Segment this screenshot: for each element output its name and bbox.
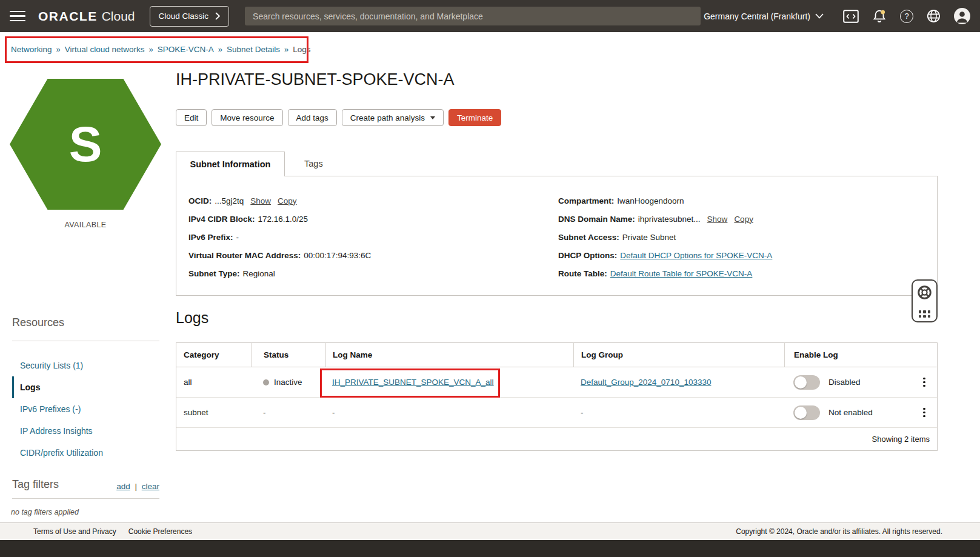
enable-log-cell: Not enabled — [784, 405, 912, 420]
terminate-button[interactable]: Terminate — [448, 109, 501, 126]
ocid-label: OCID: — [188, 196, 212, 205]
kebab-menu-icon[interactable] — [921, 375, 928, 390]
sidebar-item-cidr-prefix-utilization[interactable]: CIDR/prefix Utilization — [12, 442, 159, 464]
subnet-information-panel: OCID: ...5gj2tq Show Copy IPv4 CIDR Bloc… — [176, 176, 938, 296]
cloud-shell-icon[interactable] — [843, 10, 859, 23]
logs-section-title: Logs — [176, 309, 208, 327]
chevron-down-icon — [815, 13, 824, 19]
cloud-classic-button[interactable]: Cloud Classic — [150, 6, 230, 27]
column-header-actions — [912, 343, 937, 367]
notifications-bell-icon[interactable] — [872, 8, 887, 24]
virtual-router-mac-label: Virtual Router MAC Address: — [188, 251, 301, 260]
log-group-cell: Default_Group_2024_0710_103330 — [573, 378, 784, 387]
tab-tags[interactable]: Tags — [285, 152, 342, 176]
breadcrumb-subnet-details[interactable]: Subnet Details — [227, 45, 280, 54]
column-header-enable-log: Enable Log — [784, 343, 912, 367]
subnet-access-label: Subnet Access: — [558, 233, 619, 242]
no-tag-filters-text: no tag filters applied — [11, 508, 79, 516]
breadcrumb-separator: » — [284, 45, 288, 54]
dns-show-link[interactable]: Show — [707, 215, 728, 224]
tab-subnet-information[interactable]: Subnet Information — [176, 152, 285, 176]
status-dot-icon — [263, 379, 269, 385]
log-name-cell: - — [325, 408, 573, 417]
oracle-cloud-console: ORACLE Cloud Cloud Classic Germany Centr… — [0, 0, 980, 557]
copyright-text: Copyright © 2024, Oracle and/or its affi… — [736, 527, 942, 536]
brand-cloud: Cloud — [102, 9, 135, 24]
top-navigation-bar: ORACLE Cloud Cloud Classic Germany Centr… — [0, 0, 980, 32]
subnet-type-value: Regional — [243, 269, 275, 278]
breadcrumb-spoke-vcn-a[interactable]: SPOKE-VCN-A — [158, 45, 214, 54]
ipv6-prefix-label: IPv6 Prefix: — [188, 233, 233, 242]
subnet-type-label: Subnet Type: — [188, 269, 240, 278]
tag-filters-divider — [12, 498, 159, 499]
create-path-analysis-label: Create path analysis — [350, 113, 425, 122]
sidebar-item-ipv6-prefixes[interactable]: IPv6 Prefixes (-) — [12, 398, 159, 420]
status-badge: AVAILABLE — [10, 221, 161, 229]
breadcrumb-separator: » — [218, 45, 222, 54]
dhcp-options-label: DHCP Options: — [558, 251, 617, 260]
tag-filters-heading: Tag filters — [12, 478, 59, 491]
table-row: subnet - - - Not enabled — [176, 398, 937, 428]
route-table-label: Route Table: — [558, 269, 607, 278]
sidebar-item-logs[interactable]: Logs — [12, 376, 159, 398]
search-input[interactable] — [245, 7, 701, 25]
kebab-menu-icon[interactable] — [921, 405, 928, 420]
dhcp-options-link[interactable]: Default DHCP Options for SPOKE-VCN-A — [620, 251, 772, 260]
language-globe-icon[interactable] — [926, 8, 941, 24]
ocid-show-link[interactable]: Show — [250, 196, 271, 205]
region-selector[interactable]: Germany Central (Frankfurt) — [704, 12, 824, 21]
row-actions-cell — [912, 405, 937, 420]
edit-button[interactable]: Edit — [176, 109, 207, 126]
help-icon[interactable]: ? — [900, 10, 913, 23]
lifebuoy-icon — [916, 284, 933, 301]
ipv4-cidr-row: IPv4 CIDR Block: 172.16.1.0/25 — [188, 210, 371, 228]
user-avatar[interactable] — [954, 8, 970, 24]
subnet-info-right-column: Compartment: IwanHoogendoorn DNS Domain … — [558, 192, 772, 282]
breadcrumb-networking[interactable]: Networking — [11, 45, 52, 54]
tag-filters-clear-link[interactable]: clear — [142, 482, 159, 491]
hamburger-menu-icon[interactable] — [10, 11, 25, 22]
cloud-classic-label: Cloud Classic — [159, 12, 209, 21]
notification-badge — [881, 10, 885, 14]
sidebar-item-ip-address-insights[interactable]: IP Address Insights — [12, 420, 159, 442]
route-table-link[interactable]: Default Route Table for SPOKE-VCN-A — [610, 269, 753, 278]
breadcrumb-virtual-cloud-networks[interactable]: Virtual cloud networks — [65, 45, 145, 54]
log-status-cell: Inactive — [251, 378, 325, 387]
log-group-cell: - — [573, 408, 784, 417]
detail-tabs: Subnet Information Tags — [176, 152, 342, 176]
log-name-link[interactable]: IH_PRIVATE_SUBNET_SPOKE_VCN_A_all — [332, 378, 494, 387]
log-category-cell: subnet — [176, 408, 251, 417]
dns-domain-value: ihprivatesubnet... — [638, 215, 701, 224]
column-header-log-group: Log Group — [573, 343, 784, 367]
log-group-link[interactable]: Default_Group_2024_0710_103330 — [581, 378, 711, 387]
add-tags-button[interactable]: Add tags — [288, 109, 337, 126]
enable-log-toggle[interactable] — [793, 405, 820, 420]
support-widget[interactable] — [912, 279, 938, 322]
cookie-preferences-link[interactable]: Cookie Preferences — [128, 527, 192, 536]
page-footer: Terms of Use and Privacy Cookie Preferen… — [0, 522, 980, 540]
move-resource-button[interactable]: Move resource — [212, 109, 282, 126]
tag-filters-link-separator: | — [135, 482, 137, 491]
create-path-analysis-button[interactable]: Create path analysis — [342, 109, 444, 126]
virtual-router-mac-row: Virtual Router MAC Address: 00:00:17:94:… — [188, 246, 371, 264]
tag-filter-links: add | clear — [116, 482, 159, 491]
column-header-category: Category — [176, 343, 251, 367]
ipv4-cidr-label: IPv4 CIDR Block: — [188, 215, 255, 224]
ocid-row: OCID: ...5gj2tq Show Copy — [188, 192, 371, 210]
subnet-info-left-column: OCID: ...5gj2tq Show Copy IPv4 CIDR Bloc… — [188, 192, 371, 282]
global-search — [245, 7, 701, 25]
dns-copy-link[interactable]: Copy — [734, 215, 753, 224]
logs-table-header: Category Status Log Name Log Group Enabl… — [176, 343, 937, 367]
tag-filters-add-link[interactable]: add — [116, 482, 130, 491]
enable-log-toggle[interactable] — [793, 375, 820, 390]
subnet-access-value: Private Subnet — [622, 233, 676, 242]
caret-down-icon — [430, 116, 435, 119]
compartment-row: Compartment: IwanHoogendoorn — [558, 192, 772, 210]
oracle-cloud-logo[interactable]: ORACLE Cloud — [38, 9, 135, 24]
sidebar-item-security-lists[interactable]: Security Lists (1) — [12, 355, 159, 376]
ocid-copy-link[interactable]: Copy — [278, 196, 297, 205]
terms-link[interactable]: Terms of Use and Privacy — [33, 527, 116, 536]
logs-table: Category Status Log Name Log Group Enabl… — [176, 342, 938, 451]
dhcp-options-row: DHCP Options: Default DHCP Options for S… — [558, 246, 772, 264]
subnet-type-row: Subnet Type: Regional — [188, 264, 371, 282]
